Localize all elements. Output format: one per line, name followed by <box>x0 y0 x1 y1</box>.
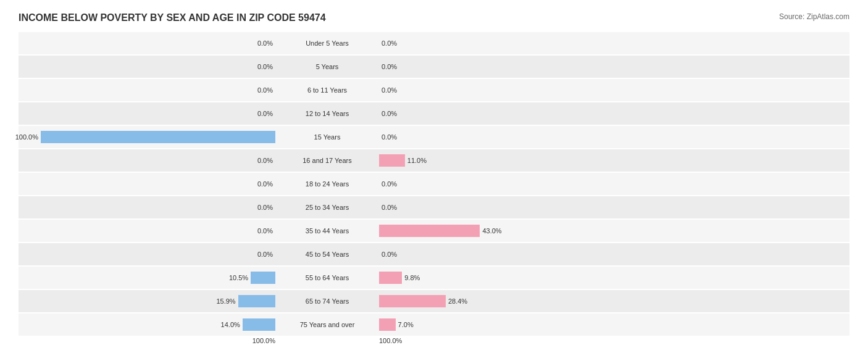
right-bar-container: 0.0% <box>377 248 849 260</box>
female-bar <box>379 225 480 237</box>
male-value: 0.0% <box>251 86 273 94</box>
female-bar <box>379 272 402 284</box>
male-bar <box>41 131 275 143</box>
chart-row: 0.0% 5 Years 0.0% <box>19 56 849 78</box>
right-bar-container: 0.0% <box>377 131 849 143</box>
left-bar-container: 0.0% <box>19 201 278 214</box>
right-bar-container: 43.0% <box>377 225 849 237</box>
right-bar-container: 0.0% <box>377 178 849 190</box>
left-bar-container: 100.0% <box>19 131 278 143</box>
female-value: 0.0% <box>382 251 404 258</box>
female-value: 7.0% <box>398 321 420 328</box>
chart-title: INCOME BELOW POVERTY BY SEX AND AGE IN Z… <box>19 12 326 23</box>
chart-row: 100.0% 15 Years 0.0% <box>19 126 849 148</box>
left-bar-container: 0.0% <box>19 84 278 96</box>
male-value: 15.9% <box>214 297 236 305</box>
male-bar <box>238 295 275 307</box>
female-value: 0.0% <box>382 133 404 141</box>
row-label: 16 and 17 Years <box>278 157 377 164</box>
chart-row: 0.0% 18 to 24 Years 0.0% <box>19 173 849 195</box>
row-label: 18 to 24 Years <box>278 180 377 188</box>
male-value: 0.0% <box>251 227 273 235</box>
left-bar-container: 0.0% <box>19 178 278 190</box>
male-value: 10.5% <box>226 274 248 281</box>
male-value: 0.0% <box>251 157 273 164</box>
row-label: 25 to 34 Years <box>278 204 377 211</box>
chart-row: 0.0% 35 to 44 Years 43.0% <box>19 220 849 242</box>
axis-row: 100.0% 100.0% <box>19 337 849 344</box>
female-value: 28.4% <box>448 297 470 305</box>
left-bar-container: 0.0% <box>19 107 278 120</box>
female-value: 0.0% <box>382 204 404 211</box>
left-bar-container: 0.0% <box>19 225 278 237</box>
left-bar-container: 10.5% <box>19 272 278 284</box>
chart-row: 0.0% 16 and 17 Years 11.0% <box>19 149 849 172</box>
female-bar <box>379 318 396 331</box>
chart-row: 0.0% 25 to 34 Years 0.0% <box>19 196 849 218</box>
male-bar <box>243 318 275 331</box>
male-value: 0.0% <box>251 204 273 211</box>
right-bar-container: 9.8% <box>377 272 849 284</box>
chart-row: 0.0% 6 to 11 Years 0.0% <box>19 79 849 101</box>
male-value: 0.0% <box>251 39 273 47</box>
male-value: 100.0% <box>15 133 38 141</box>
chart-row: 10.5% 55 to 64 Years 9.8% <box>19 267 849 289</box>
right-bar-container: 7.0% <box>377 318 849 331</box>
right-bar-container: 28.4% <box>377 295 849 307</box>
row-label: 45 to 54 Years <box>278 251 377 258</box>
male-value: 0.0% <box>251 180 273 188</box>
female-value: 0.0% <box>382 110 404 117</box>
female-bar <box>379 154 405 167</box>
male-value: 14.0% <box>218 321 240 328</box>
female-value: 0.0% <box>382 39 404 47</box>
female-value: 11.0% <box>407 157 430 164</box>
female-value: 0.0% <box>382 63 404 70</box>
chart-row: 0.0% 45 to 54 Years 0.0% <box>19 243 849 265</box>
male-value: 0.0% <box>251 251 273 258</box>
left-bar-container: 14.0% <box>19 318 278 331</box>
source-label: Source: ZipAtlas.com <box>779 12 849 21</box>
female-value: 43.0% <box>482 227 504 235</box>
row-label: 15 Years <box>278 133 377 141</box>
axis-left-label: 100.0% <box>19 337 278 344</box>
row-label: 6 to 11 Years <box>278 86 377 94</box>
left-bar-container: 0.0% <box>19 60 278 73</box>
row-label: 12 to 14 Years <box>278 110 377 117</box>
male-value: 0.0% <box>251 63 273 70</box>
male-bar <box>251 272 275 284</box>
left-bar-container: 0.0% <box>19 154 278 167</box>
right-bar-container: 0.0% <box>377 107 849 120</box>
chart-row: 15.9% 65 to 74 Years 28.4% <box>19 290 849 312</box>
female-bar <box>379 295 446 307</box>
row-label: 55 to 64 Years <box>278 274 377 281</box>
row-label: 35 to 44 Years <box>278 227 377 235</box>
right-bar-container: 11.0% <box>377 154 849 167</box>
row-label: 5 Years <box>278 63 377 70</box>
chart-row: 0.0% 12 to 14 Years 0.0% <box>19 102 849 125</box>
right-bar-container: 0.0% <box>377 60 849 73</box>
row-label: 75 Years and over <box>278 321 377 328</box>
right-bar-container: 0.0% <box>377 201 849 214</box>
chart-row: 0.0% Under 5 Years 0.0% <box>19 32 849 54</box>
female-value: 0.0% <box>382 86 404 94</box>
female-value: 9.8% <box>404 274 427 281</box>
right-bar-container: 0.0% <box>377 84 849 96</box>
chart-row: 14.0% 75 Years and over 7.0% <box>19 314 849 336</box>
left-bar-container: 0.0% <box>19 248 278 260</box>
row-label: 65 to 74 Years <box>278 297 377 305</box>
male-value: 0.0% <box>251 110 273 117</box>
axis-right-label: 100.0% <box>377 337 849 344</box>
chart-area: 0.0% Under 5 Years 0.0% 0.0% 5 Years 0.0… <box>19 32 849 336</box>
row-label: Under 5 Years <box>278 39 377 47</box>
left-bar-container: 0.0% <box>19 37 278 49</box>
left-bar-container: 15.9% <box>19 295 278 307</box>
right-bar-container: 0.0% <box>377 37 849 49</box>
female-value: 0.0% <box>382 180 404 188</box>
